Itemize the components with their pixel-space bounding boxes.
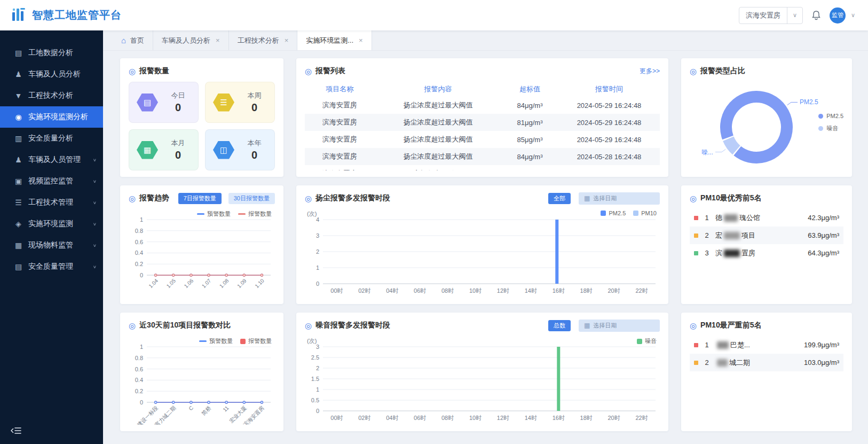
- sidebar-item-safety-quality-analysis[interactable]: ▥安全质量分析: [0, 128, 103, 149]
- sidebar-item-material-monitor[interactable]: ▦现场物料监管∨: [0, 235, 103, 256]
- sidebar-item-safety-quality-mgmt[interactable]: ▤安全质量管理∨: [0, 256, 103, 277]
- svg-text:0: 0: [140, 272, 143, 278]
- legend-item[interactable]: 报警数量: [238, 210, 272, 218]
- rank-number: 1: [704, 341, 710, 349]
- notification-bell-icon[interactable]: [811, 10, 821, 21]
- alarm-trend-chart: 预警数量报警数量 00.20.40.60.811.041.051.061.071…: [129, 209, 275, 298]
- trend-30day-button[interactable]: 30日报警数量: [228, 193, 275, 204]
- table-row[interactable]: 滨海安置房扬尘浓度超过最大阀值84μg/m³2024-05-29 16:24:4…: [305, 97, 660, 114]
- legend-item[interactable]: 噪音: [818, 124, 843, 133]
- legend-label: 预警数量: [207, 210, 231, 218]
- sidebar-item-environment-monitor[interactable]: ◈实施环境监测∨: [0, 213, 103, 235]
- rank-row: 1德瑰公馆42.3μg/m³: [690, 209, 843, 227]
- table-cell: 58dB: [501, 170, 558, 171]
- trend-7day-button[interactable]: 7日报警数量: [178, 193, 222, 204]
- legend-item[interactable]: 噪音: [637, 337, 657, 345]
- chevron-down-icon: ∨: [787, 12, 802, 19]
- table-cell: 2024-05-28 16:24:48: [558, 153, 660, 161]
- legend-item[interactable]: 预警数量: [199, 337, 233, 345]
- close-icon[interactable]: ×: [359, 36, 363, 44]
- svg-text:0.6: 0.6: [135, 239, 143, 245]
- close-icon[interactable]: ×: [285, 36, 289, 44]
- person-icon: ♟: [14, 155, 23, 164]
- card-title: 近30天前10项目报警数对比: [139, 321, 231, 330]
- dust-date-picker[interactable]: ▦ 选择日期: [579, 192, 660, 205]
- table-row[interactable]: 滨海安置房夜间超出45分贝58dB2024-05-26 16:24:48: [305, 165, 660, 170]
- table-row[interactable]: 滨海安置房扬尘浓度超过最大阀值84μg/m³2024-05-28 16:24:4…: [305, 148, 660, 165]
- tab-home[interactable]: ⌂首页: [113, 30, 153, 50]
- tile-value: 0: [175, 149, 181, 161]
- legend-item[interactable]: PM2.5: [601, 210, 626, 216]
- user-avatar[interactable]: 监管: [830, 7, 846, 24]
- value: 42.3μg/m³: [808, 214, 839, 222]
- card-title-icon: ◎: [690, 194, 697, 202]
- legend-label: 噪音: [645, 337, 657, 345]
- noise-date-picker[interactable]: ▦ 选择日期: [579, 320, 660, 332]
- project-compare-card: ◎ 近30天前10项目报警数对比 预警数量报警数量 00.20.40.60.81…: [120, 313, 283, 431]
- tab-vehicle-personnel-analysis[interactable]: 车辆及人员分析×: [153, 30, 229, 50]
- sidebar-item-environment-monitor-analysis[interactable]: ◉实施环境监测分析: [0, 106, 103, 128]
- alarm-count-tile: ◫本年0: [205, 129, 275, 170]
- tab-environment-monitor-analysis[interactable]: 实施环境监测...×: [297, 30, 372, 50]
- legend-label: 噪音: [826, 124, 838, 133]
- svg-text:3: 3: [316, 232, 319, 239]
- svg-text:1.09: 1.09: [236, 277, 248, 289]
- rank-number: 3: [704, 249, 710, 257]
- sidebar-item-vehicle-personnel-analysis[interactable]: ♟车辆及人员分析: [0, 64, 103, 85]
- card-title-icon: ◎: [690, 67, 697, 75]
- sidebar-item-vehicle-personnel-mgmt[interactable]: ♟车辆及人员管理∨: [0, 149, 103, 170]
- rank-dot: [694, 361, 698, 365]
- rank-dot: [694, 343, 698, 347]
- table-row[interactable]: 滨海安置房扬尘浓度超过最大阀值81μg/m³2024-05-29 16:24:4…: [305, 114, 660, 131]
- more-link[interactable]: 更多>>: [640, 67, 660, 76]
- bar-chart-icon: ▤: [14, 49, 23, 57]
- doc-icon: ▤: [14, 262, 23, 271]
- project-select-value: 滨海安置房: [746, 11, 780, 20]
- rank-number: 1: [704, 214, 710, 222]
- user-menu-chevron-icon[interactable]: ∨: [851, 12, 855, 19]
- dust-all-button[interactable]: 全部: [548, 193, 571, 204]
- alarm-count-card: ◎ 报警数量 ▤今日0☰本周0▦本月0◫本年0: [120, 58, 283, 177]
- sidebar-item-site-data-analysis[interactable]: ▤工地数据分析: [0, 42, 103, 64]
- sidebar-item-engineering-mgmt[interactable]: ☰工程技术管理∨: [0, 192, 103, 213]
- name-suffix: 巴楚...: [730, 340, 750, 350]
- value: 199.9μg/m³: [804, 341, 839, 349]
- legend-item[interactable]: 报警数量: [240, 337, 272, 345]
- alarm-table: 项目名称报警内容超标值报警时间 滨海安置房扬尘浓度超过最大阀值84μg/m³20…: [305, 82, 660, 170]
- table-row[interactable]: 滨海安置房扬尘浓度超过最大阀值85μg/m³2024-05-29 16:24:4…: [305, 131, 660, 148]
- date-placeholder: 选择日期: [593, 322, 617, 330]
- collapse-sidebar-button[interactable]: [11, 427, 21, 437]
- svg-text:20时: 20时: [608, 287, 620, 294]
- calendar-icon: ▦: [584, 322, 590, 329]
- legend-item[interactable]: 预警数量: [197, 210, 231, 218]
- project-name: 宏项目: [715, 231, 755, 240]
- legend-item[interactable]: PM10: [633, 210, 657, 216]
- name-suffix: 城二期: [729, 358, 750, 368]
- tab-engineering-analysis[interactable]: 工程技术分析×: [229, 30, 298, 50]
- svg-text:2.5: 2.5: [311, 354, 319, 361]
- top-bar-actions: 滨海安置房 ∨ 监管 ∨: [739, 7, 855, 24]
- redacted-text: [717, 359, 728, 367]
- column-header: 项目名称: [305, 84, 375, 94]
- close-icon[interactable]: ×: [216, 36, 220, 44]
- sidebar-item-video-monitor[interactable]: ▣视频监控监管∨: [0, 170, 103, 192]
- noise-total-button[interactable]: 总数: [548, 320, 571, 331]
- project-select[interactable]: 滨海安置房 ∨: [739, 7, 803, 24]
- sidebar-item-engineering-analysis[interactable]: ▼工程技术分析: [0, 85, 103, 106]
- svg-text:0: 0: [316, 408, 319, 414]
- top-bar: 智慧工地监管平台 滨海安置房 ∨ 监管 ∨: [0, 0, 868, 30]
- card-title: 报警列表: [315, 66, 345, 76]
- sidebar-item-label: 车辆及人员分析: [28, 69, 81, 79]
- card-title-icon: ◎: [690, 322, 697, 330]
- svg-text:14时: 14时: [525, 415, 537, 421]
- legend-item[interactable]: PM2.5: [818, 113, 843, 119]
- chart-legend: PM2.5PM10: [601, 210, 657, 216]
- tile-label: 本周: [248, 91, 262, 100]
- svg-text:22时: 22时: [635, 287, 648, 294]
- legend-marker: [601, 211, 606, 216]
- hexagon-badge-icon: ▤: [137, 94, 158, 112]
- chevron-down-icon: ∨: [93, 243, 97, 248]
- svg-text:0.6: 0.6: [135, 366, 143, 372]
- chart-icon: ▥: [14, 134, 23, 143]
- shield-icon: ◈: [14, 220, 23, 228]
